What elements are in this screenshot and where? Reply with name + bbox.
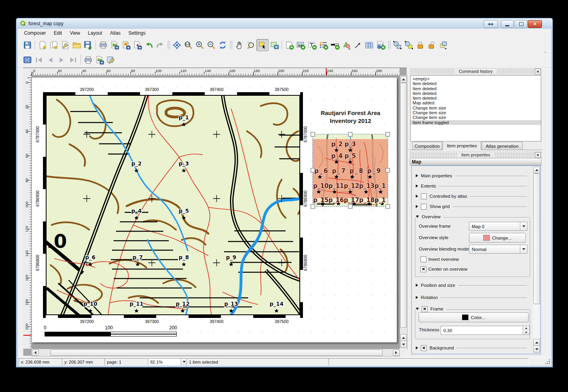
close-icon[interactable]: ✕ <box>535 69 541 74</box>
section-overview[interactable]: Overview <box>416 214 444 219</box>
selection-handle-e[interactable] <box>386 168 390 173</box>
zoom-level-combo[interactable]: 82.1% <box>148 358 188 366</box>
list-item[interactable]: Item deleted <box>411 86 541 91</box>
add-html-frame-button[interactable]: </> <box>375 39 387 51</box>
tab-item-properties[interactable]: Item properties <box>443 141 481 150</box>
scroll-up-button[interactable] <box>533 167 540 173</box>
selection-handle-nw[interactable] <box>311 132 315 137</box>
atlas-settings-button[interactable] <box>105 54 117 66</box>
overview-map-item[interactable]: p_2 p_3 p_4 p_5 p_6 p_7 p_8 p_9 p_10p_11… <box>313 134 388 206</box>
previous-feature-button[interactable] <box>45 54 56 66</box>
section-background[interactable]: Background <box>416 345 527 351</box>
add-new-map-button[interactable] <box>284 39 295 51</box>
pan-tool-button[interactable] <box>234 39 245 51</box>
selection-handle-se[interactable] <box>386 204 390 209</box>
minimize-button[interactable] <box>501 20 514 28</box>
undo-button[interactable] <box>143 39 155 51</box>
zoom-tool-button[interactable] <box>245 39 256 51</box>
refresh-view-button[interactable] <box>217 39 228 51</box>
list-item[interactable]: Item deleted <box>411 81 541 86</box>
list-item[interactable]: <empty> <box>411 76 541 81</box>
center-on-overview-checkbox[interactable] <box>420 266 426 272</box>
scroll-up-button[interactable] <box>400 76 407 83</box>
scalebar-item[interactable]: 0 100 200 m <box>44 325 180 338</box>
add-shape-button[interactable] <box>341 39 352 51</box>
horizontal-scroll-thumb[interactable] <box>50 349 383 356</box>
save-project-button[interactable] <box>22 39 33 51</box>
menu-composer[interactable]: Composer <box>20 30 50 37</box>
section-rotation[interactable]: Rotation <box>416 295 527 300</box>
list-item[interactable]: Change item size <box>411 110 541 115</box>
ungroup-items-button[interactable] <box>403 39 415 51</box>
print-atlas-button[interactable] <box>82 54 94 66</box>
add-arrow-button[interactable] <box>352 39 364 51</box>
save-as-template-button[interactable] <box>82 39 94 51</box>
add-attribute-table-button[interactable] <box>364 39 375 51</box>
next-feature-button[interactable] <box>56 54 67 66</box>
menu-view[interactable]: View <box>66 30 84 37</box>
zoom-actual-size-button[interactable]: 1:1 <box>183 39 194 51</box>
export-atlas-button[interactable] <box>94 54 105 66</box>
zoom-in-button[interactable] <box>194 39 206 51</box>
section-show-grid[interactable]: Show grid <box>416 204 527 209</box>
composition-manager-button[interactable] <box>60 39 71 51</box>
spinner-buttons[interactable] <box>523 326 529 334</box>
tab-atlas-generation[interactable]: Atlas generation <box>482 142 523 150</box>
scroll-right-button[interactable] <box>393 349 400 356</box>
export-as-pdf-button[interactable] <box>132 39 143 51</box>
list-item[interactable]: Change item size <box>411 106 541 110</box>
menu-edit[interactable]: Edit <box>50 30 66 37</box>
scroll-up-button-2[interactable] <box>400 334 407 341</box>
add-label-button[interactable] <box>306 39 318 51</box>
last-feature-button[interactable] <box>67 54 79 66</box>
blending-mode-combo[interactable]: Normal <box>469 245 527 254</box>
vertical-scroll-thumb[interactable] <box>400 83 407 328</box>
move-item-content-button[interactable] <box>269 39 280 51</box>
window-resize-grip[interactable] <box>544 359 550 364</box>
section-frame[interactable]: Frame <box>416 306 447 312</box>
close-button[interactable]: ✕ <box>528 20 542 28</box>
preview-atlas-button[interactable] <box>22 54 33 66</box>
item-properties-titlebar[interactable]: Item properties ✕ <box>410 152 542 158</box>
zoom-out-button[interactable] <box>206 39 217 51</box>
raise-items-button[interactable] <box>437 39 449 51</box>
add-legend-button[interactable] <box>318 39 329 51</box>
selection-handle-ne[interactable] <box>386 132 390 137</box>
panel-vertical-scrollbar[interactable] <box>533 167 540 352</box>
menu-settings[interactable]: Settings <box>125 30 149 37</box>
section-main-properties[interactable]: Main properties <box>416 173 527 178</box>
toolbar-handle[interactable] <box>167 41 170 49</box>
composition-viewport[interactable]: 397200 397300 397400 397500 397200 39730… <box>31 75 400 349</box>
menu-layout[interactable]: Layout <box>84 30 106 37</box>
export-as-svg-button[interactable] <box>120 39 132 51</box>
paper-sheet[interactable]: 397200 397300 397400 397500 397200 39730… <box>32 78 397 342</box>
vertical-scroll-thumb[interactable] <box>533 173 540 304</box>
scroll-down-button[interactable] <box>533 346 540 353</box>
scroll-up-button-2[interactable] <box>533 339 540 346</box>
toolbar-handle[interactable] <box>388 41 390 49</box>
selection-handle-s[interactable] <box>348 204 353 209</box>
composition-title[interactable]: Rautjarvi Forest Area Inventory 2012 <box>314 109 387 124</box>
maximize-button[interactable] <box>515 20 527 28</box>
tab-composition[interactable]: Composition <box>412 142 442 150</box>
redo-button[interactable] <box>155 39 166 51</box>
frame-checkbox[interactable] <box>422 306 428 312</box>
command-history-list[interactable]: <empty> Item deleted Item deleted Item d… <box>410 75 541 141</box>
list-item[interactable]: Item deleted <box>411 91 541 96</box>
print-button[interactable] <box>97 39 109 51</box>
lock-items-button[interactable] <box>415 39 426 51</box>
scroll-left-button[interactable] <box>32 349 39 356</box>
frame-color-button[interactable]: Color... <box>419 312 529 322</box>
canvas-vertical-scrollbar[interactable] <box>400 75 407 349</box>
first-feature-button[interactable] <box>33 54 45 66</box>
controlled-by-atlas-checkbox[interactable] <box>421 193 427 199</box>
invert-overview-checkbox[interactable] <box>420 256 426 262</box>
add-image-button[interactable] <box>295 39 306 51</box>
command-history-titlebar[interactable]: Command history ✕ <box>410 68 542 74</box>
list-item[interactable]: Map added <box>411 100 541 105</box>
duplicate-composition-button[interactable] <box>48 39 60 51</box>
close-icon[interactable]: ✕ <box>535 152 541 158</box>
section-position-and-size[interactable]: Position and size <box>416 282 527 288</box>
list-item[interactable]: Item deleted <box>411 96 541 100</box>
section-controlled-by-atlas[interactable]: Controlled by atlas <box>416 193 527 199</box>
